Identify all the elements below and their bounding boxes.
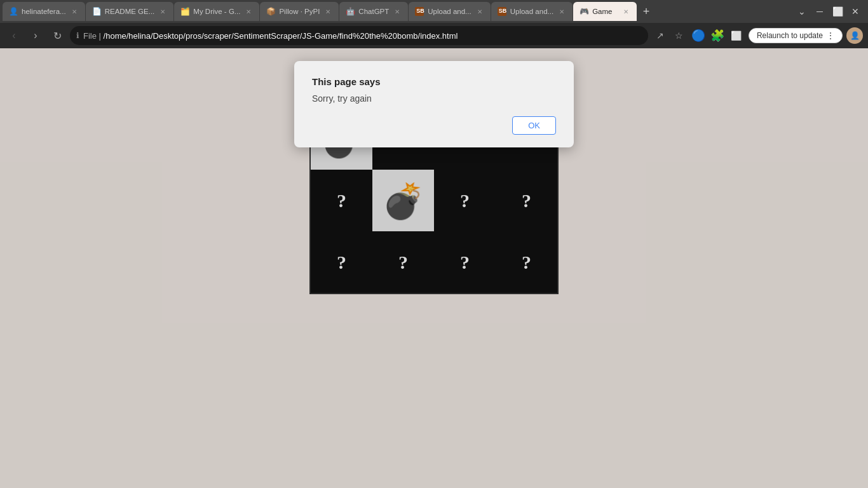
tab-favicon-4: 📦 xyxy=(266,7,275,16)
bookmark-button[interactable]: ☆ xyxy=(671,27,688,44)
tab-controls: ⌄ ─ ⬜ ✕ xyxy=(794,4,868,19)
relaunch-menu-icon: ⋮ xyxy=(827,31,834,40)
address-text: File | /home/helina/Desktop/pros/scraper… xyxy=(83,31,642,41)
tab-label-3: My Drive - G... xyxy=(193,8,240,15)
tab-close-4[interactable]: ✕ xyxy=(323,7,332,16)
dialog-message: Sorry, try again xyxy=(312,93,556,104)
tab-favicon-6: SB xyxy=(415,7,424,16)
address-bar: ‹ › ↻ ℹ File | /home/helina/Desktop/pros… xyxy=(0,23,868,48)
tab-mydrive[interactable]: 🗂️ My Drive - G... ✕ xyxy=(174,2,259,21)
tab-favicon-7: SB xyxy=(498,7,506,16)
page-content: Find the Bombs 💣 ? ? ? ? 💣 ? xyxy=(0,48,868,488)
tab-upload2[interactable]: SB Upload and... ✕ xyxy=(491,2,573,21)
tab-readme[interactable]: 📄 README GE... ✕ xyxy=(86,2,174,21)
tab-close-6[interactable]: ✕ xyxy=(475,7,484,16)
relaunch-button[interactable]: Relaunch to update ⋮ xyxy=(749,28,843,43)
minimize-button[interactable]: ─ xyxy=(812,4,827,19)
tab-close-5[interactable]: ✕ xyxy=(393,7,402,16)
tab-close-7[interactable]: ✕ xyxy=(557,7,566,16)
relaunch-label: Relaunch to update xyxy=(757,31,823,40)
tab-favicon-2: 📄 xyxy=(92,7,101,16)
tab-label-1: helinatefera... xyxy=(22,8,66,15)
tab-close-2[interactable]: ✕ xyxy=(158,7,167,16)
tab-label-7: Upload and... xyxy=(510,8,553,15)
info-icon: ℹ xyxy=(76,31,79,40)
tab-bar: 👤 helinatefera... ✕ 📄 README GE... ✕ 🗂️ … xyxy=(0,0,868,23)
extension-icon-1[interactable]: 🔵 xyxy=(690,27,707,44)
extension-icon-2[interactable]: 🧩 xyxy=(709,27,726,44)
avatar-image: 👤 xyxy=(850,31,860,40)
back-button[interactable]: ‹ xyxy=(5,27,23,44)
sidebar-toggle[interactable]: ⬜ xyxy=(728,27,745,44)
share-button[interactable]: ↗ xyxy=(652,27,668,44)
tab-favicon-5: 🤖 xyxy=(346,7,355,16)
new-tab-button[interactable]: + xyxy=(637,3,655,20)
tab-helinatefera[interactable]: 👤 helinatefera... ✕ xyxy=(3,2,85,21)
browser-frame: 👤 helinatefera... ✕ 📄 README GE... ✕ 🗂️ … xyxy=(0,0,868,48)
dialog-ok-button[interactable]: OK xyxy=(512,116,556,135)
close-window-button[interactable]: ✕ xyxy=(848,4,863,19)
tab-upload1[interactable]: SB Upload and... ✕ xyxy=(409,2,490,21)
tab-pypi[interactable]: 📦 Pillow · PyPI ✕ xyxy=(260,2,339,21)
reload-button[interactable]: ↻ xyxy=(48,27,66,44)
tab-favicon-8: 🎮 xyxy=(580,7,588,16)
tab-label-2: README GE... xyxy=(105,8,155,15)
address-right-icons: ↗ ☆ 🔵 🧩 ⬜ xyxy=(652,27,745,44)
dialog-overlay: This page says Sorry, try again OK xyxy=(0,48,868,488)
tab-close-8[interactable]: ✕ xyxy=(621,7,630,16)
tab-game[interactable]: 🎮 Game ✕ xyxy=(573,2,637,21)
tab-list-button[interactable]: ⌄ xyxy=(794,4,810,19)
dialog-buttons: OK xyxy=(312,116,556,135)
tab-label-4: Pillow · PyPI xyxy=(279,8,320,15)
restore-button[interactable]: ⬜ xyxy=(830,4,845,19)
dialog-box: This page says Sorry, try again OK xyxy=(294,61,574,147)
tab-label-5: ChatGPT xyxy=(358,8,389,15)
tab-chatgpt[interactable]: 🤖 ChatGPT ✕ xyxy=(339,2,408,21)
tab-close-1[interactable]: ✕ xyxy=(70,7,79,16)
address-input-wrapper[interactable]: ℹ File | /home/helina/Desktop/pros/scrap… xyxy=(70,26,648,45)
tab-close-3[interactable]: ✕ xyxy=(244,7,253,16)
forward-button[interactable]: › xyxy=(27,27,44,44)
tab-label-6: Upload and... xyxy=(428,8,471,15)
tab-favicon-1: 👤 xyxy=(9,7,18,16)
dialog-title: This page says xyxy=(312,76,556,87)
tab-label-8: Game xyxy=(592,8,618,15)
tab-favicon-3: 🗂️ xyxy=(180,7,189,16)
profile-avatar[interactable]: 👤 xyxy=(846,27,863,44)
